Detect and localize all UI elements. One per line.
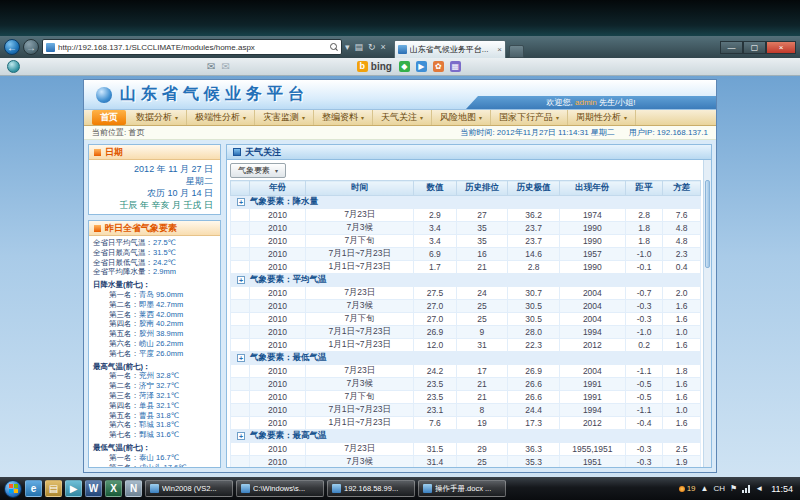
minimize-button[interactable]: — <box>720 41 743 54</box>
cell: 14.6 <box>508 248 560 261</box>
cell: 1.8 <box>625 235 663 248</box>
messenger-icon[interactable]: ◆ <box>399 61 410 72</box>
section-cell: +气象要素：平均气温 <box>231 274 701 287</box>
cell: 6.9 <box>414 248 456 261</box>
taskbar-window-button[interactable]: 操作手册.docx ... <box>418 480 506 497</box>
table-scrollbar[interactable] <box>703 160 711 467</box>
taskbar-window-button[interactable]: 192.168.58.99... <box>327 480 415 497</box>
cell: 2010 <box>249 222 305 235</box>
tray-badge[interactable]: 19 <box>679 484 696 493</box>
taskbar-window-button[interactable]: C:\Windows\s... <box>236 480 324 497</box>
nav-item-4[interactable]: 整编资料▾ <box>314 110 373 125</box>
close-button[interactable]: × <box>766 41 796 54</box>
address-input[interactable]: http://192.168.137.1/SLCCLIMATE/modules/… <box>42 39 342 55</box>
table-row: 20107月下旬3.43523.719901.84.8 <box>231 235 701 248</box>
station-value: 31.6℃ <box>156 430 179 439</box>
breadcrumb[interactable]: 当前位置: 首页 <box>92 127 144 138</box>
language-indicator[interactable]: CH <box>713 484 725 493</box>
start-button[interactable] <box>4 480 22 498</box>
toolbar-logo-icon[interactable] <box>7 60 20 73</box>
nav-item-1[interactable]: 数据分析▾ <box>128 110 187 125</box>
cell: 7月3候 <box>306 378 414 391</box>
weather-stat: 全省日最高气温：31.5℃ <box>93 248 216 258</box>
taskbar-clock[interactable]: 11:54 <box>768 484 793 494</box>
stop-icon[interactable]: × <box>381 42 386 52</box>
bing-logo[interactable]: b bing <box>357 61 392 72</box>
volume-icon[interactable]: ◄ <box>755 484 763 493</box>
mail-icon[interactable]: ✉ <box>207 61 215 73</box>
section-title: 气象要素：最高气温 <box>250 430 327 440</box>
nav-item-6[interactable]: 风险地图▾ <box>432 110 491 125</box>
username-text: admin <box>575 98 597 107</box>
scrollbar-thumb[interactable] <box>705 180 710 268</box>
station-value: 42.7mm <box>156 300 183 309</box>
cell: 31.4 <box>414 456 456 469</box>
sidebar: 日期 2012 年 11 月 27 日星期二农历 10 月 14 日壬辰 年 辛… <box>88 144 221 468</box>
apps-icon[interactable]: ▦ <box>450 61 461 72</box>
expand-icon[interactable]: + <box>237 354 245 362</box>
taskbar-window-button[interactable]: Win2008 (VS2... <box>145 480 233 497</box>
element-filter-button[interactable]: 气象要素 ▾ <box>230 163 286 178</box>
browser-tab[interactable]: 山东省气候业务平台... × <box>394 40 506 58</box>
cell: 22.3 <box>508 339 560 352</box>
excel-icon[interactable]: X <box>105 480 122 497</box>
rank-item: 第三名：莱西 42.0mm <box>93 310 216 320</box>
cell: 27.5 <box>414 287 456 300</box>
cell: 7.6 <box>414 417 456 430</box>
station-name: 青岛 <box>139 290 154 299</box>
nav-item-7[interactable]: 国家下行产品▾ <box>491 110 568 125</box>
table-row: 20107月3候23.52126.61991-0.51.6 <box>231 378 701 391</box>
section-row: +气象要素：最高气温 <box>231 430 701 443</box>
browser-address-bar: ← → http://192.168.137.1/SLCCLIMATE/modu… <box>0 36 800 58</box>
site-logo-icon <box>96 87 112 103</box>
cell: 28.0 <box>508 326 560 339</box>
cell: 2004 <box>559 300 625 313</box>
system-tray: 19 ▲ CH ⚑ ◄ 11:54 <box>679 484 796 494</box>
cell: 9 <box>456 326 508 339</box>
nav-item-3[interactable]: 灾害监测▾ <box>255 110 314 125</box>
expand-icon[interactable]: + <box>237 432 245 440</box>
filter-bar: 气象要素 ▾ <box>230 163 701 178</box>
ie-icon[interactable]: e <box>25 480 42 497</box>
station-value: 38.9mm <box>156 329 183 338</box>
rank-item: 第五名：胶州 38.9mm <box>93 329 216 339</box>
date-line: 星期二 <box>96 175 213 187</box>
weather-stat: 全省日平均气温：27.5℃ <box>93 238 216 248</box>
photos-icon[interactable]: ✿ <box>433 61 444 72</box>
mail-send-icon[interactable]: ✉ <box>221 61 229 73</box>
date-line: 农历 10 月 14 日 <box>96 187 213 199</box>
address-dropdown-icon[interactable]: ▾ <box>345 42 350 52</box>
tab-close-icon[interactable]: × <box>497 45 502 54</box>
forward-button[interactable]: → <box>23 39 39 55</box>
word-icon[interactable]: W <box>85 480 102 497</box>
nav-item-8[interactable]: 周期性分析▾ <box>568 110 636 125</box>
section-row: +气象要素：降水量 <box>231 196 701 209</box>
window-title: 192.168.58.99... <box>344 484 398 493</box>
show-hidden-icons-chevron[interactable]: ▲ <box>701 484 709 493</box>
explorer-folder-icon[interactable]: ▤ <box>45 480 62 497</box>
url-text[interactable]: http://192.168.137.1/SLCCLIMATE/modules/… <box>58 43 327 52</box>
nav-item-2[interactable]: 极端性分析▾ <box>187 110 255 125</box>
search-icon[interactable] <box>330 43 338 51</box>
new-tab-button[interactable] <box>509 45 524 58</box>
media-player-icon[interactable]: ▶ <box>65 480 82 497</box>
maximize-button[interactable]: ▢ <box>743 41 766 54</box>
nav-item-5[interactable]: 天气关注▾ <box>373 110 432 125</box>
expand-icon[interactable]: + <box>237 198 245 206</box>
cell: 7月1日~7月23日 <box>306 326 414 339</box>
nav-item-0[interactable]: 首页 <box>92 110 126 125</box>
cell: 23.5 <box>414 378 456 391</box>
expand-icon[interactable]: + <box>237 276 245 284</box>
compatibility-view-icon[interactable]: ▤ <box>355 42 364 52</box>
video-icon[interactable]: ▶ <box>416 61 427 72</box>
network-icon[interactable] <box>742 485 750 493</box>
action-center-flag-icon[interactable]: ⚑ <box>730 484 737 493</box>
rank-group-title: 最低气温(前七)： <box>93 443 216 453</box>
weather-stat: 全省日最低气温：24.2℃ <box>93 258 216 268</box>
notepad-icon[interactable]: N <box>125 480 142 497</box>
cell: -0.3 <box>625 300 663 313</box>
back-button[interactable]: ← <box>4 39 20 55</box>
refresh-icon[interactable]: ↻ <box>368 42 376 52</box>
cell: 7月1日~7月23日 <box>306 248 414 261</box>
cell: 1.6 <box>663 313 701 326</box>
